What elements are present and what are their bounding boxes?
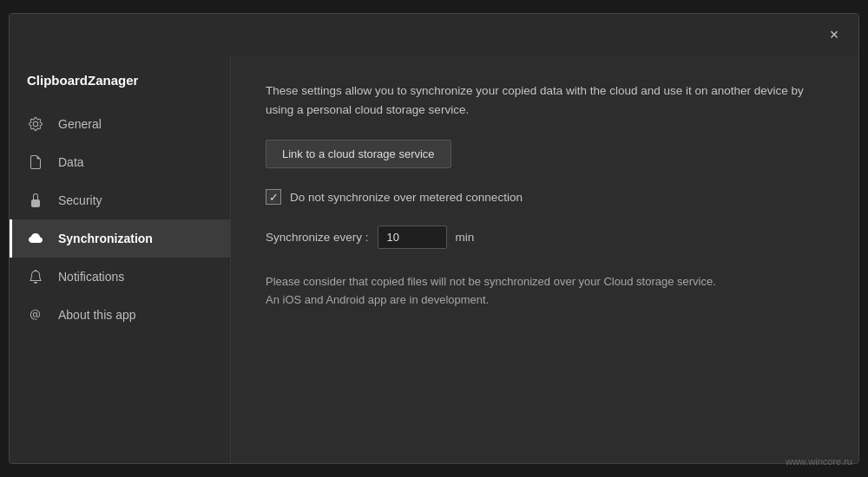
- data-icon: [27, 154, 44, 171]
- at-icon: [27, 306, 44, 323]
- sidebar-item-general[interactable]: General: [10, 105, 230, 143]
- checkbox-label: Do not synchronize over metered connecti…: [290, 191, 523, 204]
- sidebar-item-label-general: General: [58, 117, 102, 131]
- content-area: These settings allow you to synchronize …: [231, 56, 858, 463]
- sidebar-item-data[interactable]: Data: [10, 143, 230, 181]
- sidebar: ClipboardZanager General Data: [10, 56, 231, 463]
- sidebar-item-label-about: About this app: [58, 308, 136, 322]
- close-button[interactable]: ×: [820, 21, 848, 49]
- sidebar-item-label-data: Data: [58, 155, 84, 169]
- note-text: Please consider that copied files will n…: [266, 273, 804, 310]
- description-text: These settings allow you to synchronize …: [266, 82, 821, 119]
- title-bar: ×: [10, 14, 858, 56]
- sidebar-item-notifications[interactable]: Notifications: [10, 258, 230, 296]
- gear-icon: [27, 115, 44, 133]
- metered-connection-checkbox[interactable]: ✓: [266, 189, 281, 205]
- app-title: ClipboardZanager: [10, 64, 230, 105]
- link-cloud-button[interactable]: Link to a cloud storage service: [266, 140, 451, 168]
- app-window: × ClipboardZanager General: [9, 13, 859, 464]
- sync-unit: min: [456, 231, 475, 244]
- bell-icon: [27, 268, 44, 285]
- sidebar-item-security[interactable]: Security: [10, 181, 230, 219]
- lock-icon: [27, 192, 44, 209]
- main-layout: ClipboardZanager General Data: [10, 56, 858, 463]
- sync-row: Synchronize every : min: [266, 225, 824, 249]
- sync-interval-input[interactable]: [378, 225, 447, 249]
- sidebar-item-about[interactable]: About this app: [10, 296, 230, 334]
- sidebar-item-synchronization[interactable]: Synchronization: [10, 219, 230, 258]
- sidebar-item-label-synchronization: Synchronization: [58, 232, 153, 245]
- sidebar-item-label-notifications: Notifications: [58, 270, 124, 284]
- sidebar-item-label-security: Security: [58, 193, 102, 207]
- checkmark-icon: ✓: [269, 192, 279, 203]
- cloud-icon: [27, 230, 44, 247]
- watermark: www.wincore.ru: [786, 456, 852, 467]
- checkbox-row: ✓ Do not synchronize over metered connec…: [266, 189, 824, 205]
- sync-label: Synchronize every :: [266, 231, 369, 244]
